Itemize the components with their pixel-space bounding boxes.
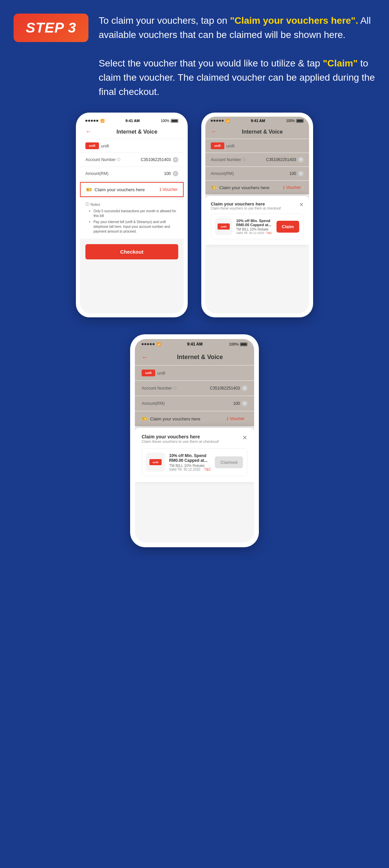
para2-highlight: "Claim" xyxy=(323,58,358,68)
phone2-time: 9:41 AM xyxy=(251,119,265,123)
phone1-account-value: C351062251403 ✕ xyxy=(141,157,178,162)
phone2-voucher-icon: 🎫 xyxy=(211,185,217,190)
phone1-account-row: Account Number ⓘ C351062251403 ✕ xyxy=(80,153,184,167)
phone1-brand: unifi xyxy=(101,143,109,149)
phone1-unifi-logo: unifi unifi xyxy=(85,142,109,149)
phone3-claimed-btn: Claimed xyxy=(215,456,243,468)
phone3-voucher-row[interactable]: 🎫 Claim your vouchers here 1 Voucher › xyxy=(135,411,254,427)
phone3-logo-row: unifi unifi xyxy=(135,366,254,381)
phone2-mockup: 📶 9:41 AM 100% ← Internet & Voice unifi … xyxy=(201,113,313,317)
phone2-account-row: Account Number ⓘ C351062251403 ✕ xyxy=(205,153,309,167)
phone1-nav-header: ← Internet & Voice xyxy=(80,125,184,139)
phone3-account-clear-icon[interactable]: ✕ xyxy=(242,386,247,391)
phone3-amount-clear-icon[interactable]: ✕ xyxy=(242,401,247,406)
phone1-signal: 📶 xyxy=(85,119,104,123)
phone2-logo-row: unifi unifi xyxy=(205,139,309,153)
phone3-time: 9:41 AM xyxy=(187,342,203,347)
para1-normal1: To claim your vouchers, tap on xyxy=(99,15,230,26)
phone2-brand: unifi xyxy=(226,143,234,149)
step-badge: STEP 3 xyxy=(14,14,88,42)
phone3-voucher-title: 10% off Min. Spend RM0.00 Capped at... xyxy=(169,453,211,463)
phone3-account-row: Account Number ⓘ C351062251403 ✕ xyxy=(135,381,254,396)
phone3-close-btn[interactable]: ✕ xyxy=(242,434,247,441)
phone1-checkout-btn[interactable]: Checkout xyxy=(85,244,178,259)
phone1-account-info-icon: ⓘ xyxy=(117,157,120,162)
phone2-overlay-header: Claim your vouchers here Claim these vou… xyxy=(211,201,304,210)
phone2-account-info-icon: ⓘ xyxy=(242,157,246,162)
phone2-voucher-details: 10% off Min. Spend RM0.00 Capped at... T… xyxy=(236,219,272,235)
phone2-chevron-icon: › xyxy=(302,185,304,190)
para1: To claim your vouchers, tap on "Claim yo… xyxy=(99,14,375,42)
phone2-account-clear-icon[interactable]: ✕ xyxy=(298,157,304,162)
phone3-overlay-panel: Claim your vouchers here Claim these vou… xyxy=(135,428,254,482)
phone1-voucher-icon: 🎫 xyxy=(86,187,92,192)
phone1-screen: 📶 9:41 AM 100% ← Internet & Voice unifi … xyxy=(80,117,184,313)
phone2-signal: 📶 xyxy=(211,119,230,123)
phone3-chevron-icon: › xyxy=(246,416,247,421)
phone2-amount-row: Amount(RM) 100 ✕ xyxy=(205,167,309,181)
phone3-account-value: C351062251403 ✕ xyxy=(210,386,247,391)
phone3-voucher-logo: unifi xyxy=(146,453,165,472)
notes-icon: ⓘ xyxy=(85,202,89,207)
phone1-time: 9:41 AM xyxy=(125,119,140,123)
phone3-voucher-details: 10% off Min. Spend RM0.00 Capped at... T… xyxy=(169,453,211,471)
phone2-voucher-desc: TM BILL 10% Rebate xyxy=(236,228,272,231)
phone3-overlay-subtitle: Claim these vouchers to use them at chec… xyxy=(142,439,219,443)
phone3-voucher-desc: TM BILL 10% Rebate xyxy=(169,463,211,468)
phone2-amount-value: 100 ✕ xyxy=(289,171,304,176)
phone3-unifi-logo: unifi unifi xyxy=(142,370,165,376)
phone2-voucher-row[interactable]: 🎫 Claim your vouchers here 1 Voucher › xyxy=(205,181,309,195)
phone2-voucher-title: 10% off Min. Spend RM0.00 Capped at... xyxy=(236,219,272,227)
phone2-battery-pct: 100% xyxy=(286,119,295,123)
phone3-back-arrow[interactable]: ← xyxy=(142,353,148,361)
phone2-voucher-label: 🎫 Claim your vouchers here xyxy=(211,185,269,190)
para2-normal1: Select the voucher that you would like t… xyxy=(99,58,323,68)
phone2-nav-header: ← Internet & Voice xyxy=(205,125,309,139)
phone2-amount-clear-icon[interactable]: ✕ xyxy=(298,171,304,176)
phone2-overlay-panel: Claim your vouchers here Claim these vou… xyxy=(205,196,309,245)
phone3-amount-value: 100 ✕ xyxy=(233,401,247,406)
phone1-amount-row: Amount(RM) 100 ✕ xyxy=(80,167,184,181)
phone2-voucher-count: 1 Voucher › xyxy=(283,185,304,190)
phone2-account-value: C351062251403 ✕ xyxy=(266,157,304,162)
phone1-voucher-row[interactable]: 🎫 Claim your vouchers here 1 Voucher xyxy=(80,182,184,197)
phone2-close-btn[interactable]: ✕ xyxy=(299,201,304,208)
para2: Select the voucher that you would like t… xyxy=(99,56,375,99)
phone2-screen: 📶 9:41 AM 100% ← Internet & Voice unifi … xyxy=(205,117,309,313)
header-section: STEP 3 To claim your vouchers, tap on "C… xyxy=(14,14,375,99)
phone3-statusbar: 📶 9:41 AM 100% xyxy=(135,339,254,349)
phone2-voucher-logo: unifi xyxy=(215,218,232,235)
phone1-note2: Pay your internet bill (unifi & Streamyx… xyxy=(94,220,178,234)
phone1-account-clear-icon[interactable]: ✕ xyxy=(173,157,178,162)
phone1-notes-header: ⓘ Notes xyxy=(85,202,178,207)
phone1-notes: ⓘ Notes Only 5 successful transactions p… xyxy=(80,198,184,239)
phone2-amount-label: Amount(RM) xyxy=(211,171,234,176)
phone3-brand: unifi xyxy=(157,371,165,376)
phone3-amount-label: Amount(RM) xyxy=(142,401,165,406)
phones-row: 📶 9:41 AM 100% ← Internet & Voice unifi … xyxy=(14,113,375,317)
phone1-amount-label: Amount(RM) xyxy=(85,171,108,176)
phone1-amount-clear-icon[interactable]: ✕ xyxy=(173,171,178,176)
phone1-note1: Only 5 successful transactions per month… xyxy=(94,209,178,218)
phone1-voucher-count: 1 Voucher xyxy=(159,187,178,192)
phone1-battery-pct: 100% xyxy=(161,119,169,123)
phone1-back-arrow[interactable]: ← xyxy=(85,128,91,135)
phone3-row: 📶 9:41 AM 100% ← Internet & Voice unifi … xyxy=(14,334,375,547)
phone2-unifi-logo: unifi unifi xyxy=(211,142,234,149)
phone2-back-arrow[interactable]: ← xyxy=(211,128,217,135)
phone1-mockup: 📶 9:41 AM 100% ← Internet & Voice unifi … xyxy=(76,113,188,317)
phone1-statusbar: 📶 9:41 AM 100% xyxy=(80,117,184,125)
phone2-statusbar: 📶 9:41 AM 100% xyxy=(205,117,309,125)
phone2-claim-btn[interactable]: Claim xyxy=(277,221,299,233)
phone3-screen: 📶 9:41 AM 100% ← Internet & Voice unifi … xyxy=(135,339,254,542)
phone1-voucher-label: 🎫 Claim your vouchers here xyxy=(86,187,145,192)
phone3-amount-row: Amount(RM) 100 ✕ xyxy=(135,396,254,411)
phone3-battery-pct: 100% xyxy=(229,342,239,346)
phone3-nav-header: ← Internet & Voice xyxy=(135,349,254,366)
phone2-voucher-tnc: T&C xyxy=(266,231,272,235)
phone2-voucher-valid: Valid Till: 30.12.2020 xyxy=(236,231,264,235)
phone2-title: Internet & Voice xyxy=(221,129,304,135)
phone2-overlay-title: Claim your vouchers here xyxy=(211,201,281,206)
phone3-account-label: Account Number ⓘ xyxy=(142,386,177,391)
phone3-voucher-card: unifi 10% off Min. Spend RM0.00 Capped a… xyxy=(142,448,247,476)
